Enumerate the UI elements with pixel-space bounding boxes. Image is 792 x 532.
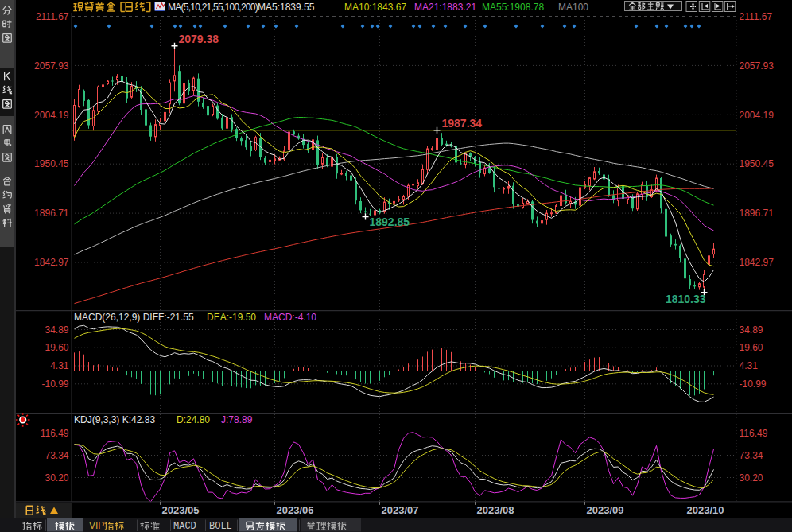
- svg-text:VIP: VIP: [89, 520, 104, 531]
- svg-text:MACD: MACD: [173, 521, 196, 532]
- svg-text:BOLL: BOLL: [209, 521, 232, 532]
